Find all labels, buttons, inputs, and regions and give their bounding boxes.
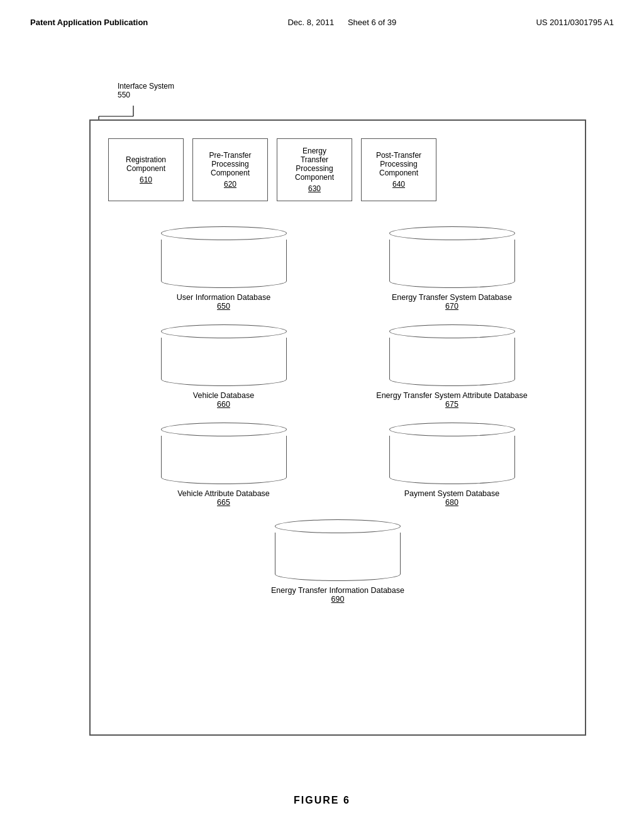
db-vehicle-attribute-bottom — [161, 470, 287, 484]
component-registration-name: RegistrationComponent — [126, 155, 166, 173]
databases-grid: User Information Database 650 Energy Tra… — [91, 201, 585, 513]
date-label: Dec. 8, 2011 — [287, 18, 334, 27]
db-energy-transfer-system-attr-body — [389, 338, 515, 373]
db-vehicle-top — [161, 324, 287, 338]
db-energy-transfer-info-top — [275, 519, 401, 533]
db-vehicle-label: Vehicle Database 660 — [193, 391, 254, 409]
db-user-information: User Information Database 650 — [122, 226, 325, 311]
publication-label: Patent Application Publication — [30, 18, 148, 27]
db-energy-transfer-info: Energy Transfer Information Database 690 — [271, 519, 404, 604]
db-energy-transfer-system-attr-bottom — [389, 372, 515, 386]
db-energy-transfer-system-attr-label: Energy Transfer System Attribute Databas… — [376, 391, 527, 409]
db-vehicle-body — [161, 338, 287, 373]
header-right: US 2011/0301795 A1 — [536, 18, 614, 27]
component-pre-transfer-name: Pre-TransferProcessingComponent — [209, 151, 252, 177]
sheet-label: Sheet 6 of 39 — [348, 18, 396, 27]
component-registration: RegistrationComponent 610 — [108, 138, 184, 201]
diagram-area: Interface System 550 RegistrationCompone… — [52, 82, 592, 767]
bottom-db-row: Energy Transfer Information Database 690 — [91, 513, 585, 622]
db-payment-system-label: Payment System Database 680 — [404, 489, 499, 507]
component-pre-transfer: Pre-TransferProcessingComponent 620 — [192, 138, 268, 201]
header-center: Dec. 8, 2011 Sheet 6 of 39 — [287, 18, 396, 27]
db-energy-transfer-system-bottom — [389, 274, 515, 288]
db-payment-system-top — [389, 423, 515, 436]
db-vehicle-attribute: Vehicle Attribute Database 665 — [122, 423, 325, 507]
figure-label: FIGURE 6 — [0, 795, 644, 806]
db-energy-transfer-system-attr: Energy Transfer System Attribute Databas… — [350, 324, 553, 409]
db-payment-system: Payment System Database 680 — [350, 423, 553, 507]
db-energy-transfer-info-body — [275, 533, 401, 568]
page-header: Patent Application Publication Dec. 8, 2… — [0, 0, 644, 27]
component-energy-transfer-number: 630 — [308, 184, 321, 193]
component-post-transfer-name: Post-TransferProcessingComponent — [376, 151, 421, 177]
component-energy-transfer-name: EnergyTransferProcessingComponent — [295, 147, 334, 182]
component-pre-transfer-number: 620 — [224, 180, 236, 189]
db-user-information-label: User Information Database 650 — [177, 293, 270, 311]
db-vehicle-attribute-top — [161, 423, 287, 436]
component-energy-transfer: EnergyTransferProcessingComponent 630 — [277, 138, 352, 201]
db-energy-transfer-system-top — [389, 226, 515, 240]
component-post-transfer: Post-TransferProcessingComponent 640 — [361, 138, 436, 201]
db-vehicle-bottom — [161, 372, 287, 386]
header-left: Patent Application Publication — [30, 18, 148, 27]
component-registration-number: 610 — [140, 175, 152, 184]
db-user-information-top — [161, 226, 287, 240]
db-energy-transfer-system-label: Energy Transfer System Database 670 — [392, 293, 512, 311]
db-payment-system-body — [389, 436, 515, 471]
db-energy-transfer-system: Energy Transfer System Database 670 — [350, 226, 553, 311]
db-user-information-bottom — [161, 274, 287, 288]
db-payment-system-bottom — [389, 470, 515, 484]
db-vehicle-attribute-label: Vehicle Attribute Database 665 — [177, 489, 270, 507]
db-user-information-body — [161, 240, 287, 275]
interface-arrow — [52, 82, 177, 119]
component-post-transfer-number: 640 — [392, 180, 405, 189]
db-vehicle-attribute-body — [161, 436, 287, 471]
db-energy-transfer-system-attr-top — [389, 324, 515, 338]
db-energy-transfer-info-bottom — [275, 567, 401, 581]
outer-box: RegistrationComponent 610 Pre-TransferPr… — [89, 119, 586, 736]
db-energy-transfer-info-label: Energy Transfer Information Database 690 — [271, 586, 404, 604]
components-row: RegistrationComponent 610 Pre-TransferPr… — [91, 121, 585, 201]
patent-number: US 2011/0301795 A1 — [536, 18, 614, 27]
db-vehicle: Vehicle Database 660 — [122, 324, 325, 409]
db-energy-transfer-system-body — [389, 240, 515, 275]
